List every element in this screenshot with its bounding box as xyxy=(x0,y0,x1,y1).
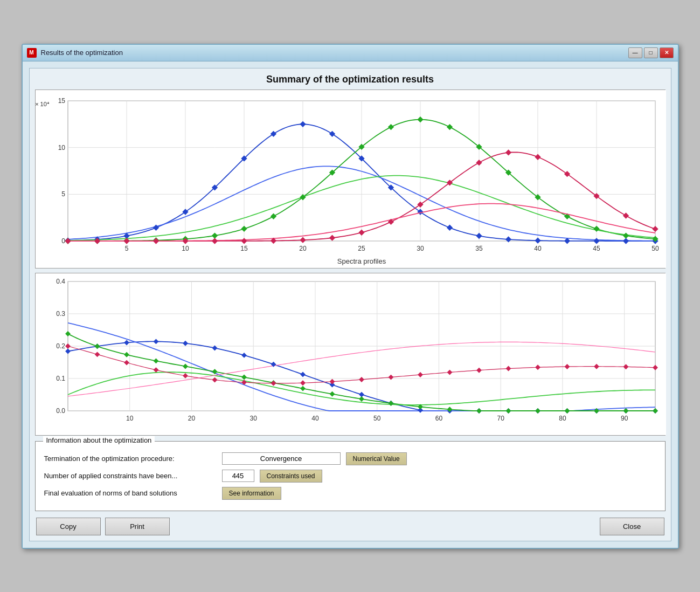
norms-label: Final evaluation of norms of band soluti… xyxy=(44,489,217,497)
window-content: Summary of the optimization results Info… xyxy=(23,61,678,548)
termination-label: Termination of the optimization procedur… xyxy=(44,455,217,463)
bottom-left-buttons: Copy Print xyxy=(36,518,170,535)
main-window: M Results of the optimization — □ ✕ Summ… xyxy=(22,44,679,549)
info-legend: Information about the optimization xyxy=(43,436,155,444)
top-chart xyxy=(36,90,666,268)
constraints-used-button[interactable]: Constraints used xyxy=(260,470,322,483)
window-title: Results of the optimization xyxy=(41,49,123,57)
app-icon: M xyxy=(27,48,37,58)
bottom-chart xyxy=(36,273,666,435)
info-row-3: Final evaluation of norms of band soluti… xyxy=(44,487,656,500)
constraints-label: Number of applied constraints have been.… xyxy=(44,472,217,480)
close-button[interactable]: Close xyxy=(600,518,664,535)
termination-input[interactable] xyxy=(222,452,341,465)
maximize-button[interactable]: □ xyxy=(644,47,658,58)
print-button[interactable]: Print xyxy=(105,518,170,535)
bottom-chart-wrapper xyxy=(35,273,666,436)
constraints-input[interactable] xyxy=(222,470,254,482)
top-chart-wrapper xyxy=(35,90,666,269)
info-row-2: Number of applied constraints have been.… xyxy=(44,470,656,483)
bottom-buttons: Copy Print Close xyxy=(35,518,666,535)
info-section: Information about the optimization Termi… xyxy=(35,441,666,511)
numerical-value-button[interactable]: Numerical Value xyxy=(346,452,407,465)
title-bar-left: M Results of the optimization xyxy=(27,48,123,58)
see-information-button[interactable]: See information xyxy=(222,487,281,500)
title-bar: M Results of the optimization — □ ✕ xyxy=(23,45,678,61)
inner-content: Summary of the optimization results Info… xyxy=(29,68,671,541)
close-title-button[interactable]: ✕ xyxy=(660,47,674,58)
chart-title: Summary of the optimization results xyxy=(35,74,666,85)
minimize-button[interactable]: — xyxy=(628,47,642,58)
info-row-1: Termination of the optimization procedur… xyxy=(44,452,656,465)
title-buttons: — □ ✕ xyxy=(628,47,674,58)
copy-button[interactable]: Copy xyxy=(36,518,101,535)
charts-container xyxy=(35,90,666,436)
